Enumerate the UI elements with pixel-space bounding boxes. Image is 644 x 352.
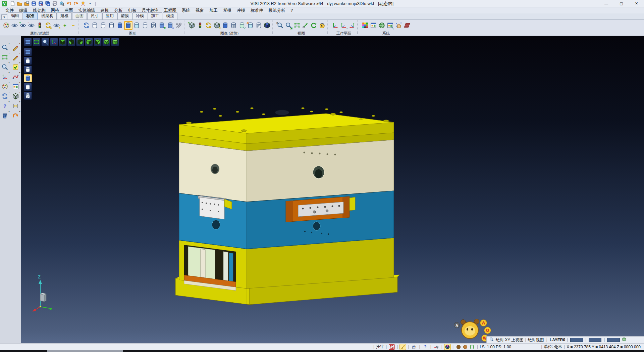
taskbar-app-segment[interactable] xyxy=(47,350,123,352)
tab-application[interactable]: 应用 xyxy=(102,12,117,19)
undo-tool-button[interactable] xyxy=(12,112,20,120)
scale-indicator[interactable]: LS: 1.00 PS: 1.00 xyxy=(480,345,511,349)
layer-color-swatch[interactable] xyxy=(570,338,583,342)
display-shaded-button[interactable] xyxy=(116,21,124,30)
solid-copy-button[interactable]: ▣ xyxy=(246,21,255,30)
viewport-3d-canvas[interactable]: Z A W O W xyxy=(21,36,644,343)
workplane-align-button[interactable] xyxy=(348,21,356,30)
display-wireframe-button[interactable] xyxy=(91,21,99,30)
add-image-button[interactable]: + xyxy=(187,21,196,30)
confirm-check-button[interactable] xyxy=(12,63,20,71)
regen-status-button[interactable] xyxy=(389,344,395,350)
zoom-in-out-button[interactable]: ± xyxy=(276,21,284,30)
toggle-visibility-button[interactable]: ± xyxy=(52,21,61,30)
quick-access-dropdown[interactable]: ▾ xyxy=(87,0,94,7)
tab-progress[interactable]: 冲模 xyxy=(132,12,147,19)
tab-machining[interactable]: 加工 xyxy=(148,12,162,19)
tab-edit[interactable]: 编辑 xyxy=(8,12,22,19)
tab-flow[interactable]: 模流 xyxy=(163,12,177,19)
minimize-button[interactable]: — xyxy=(599,0,614,7)
redo-button[interactable] xyxy=(72,0,79,7)
sketch-circle-button[interactable] xyxy=(12,53,20,61)
zoom-extents-button[interactable] xyxy=(293,21,301,30)
wcs-move-button[interactable] xyxy=(1,73,9,81)
zoom-window-tool-button[interactable] xyxy=(1,53,9,61)
window-grid-button[interactable] xyxy=(12,82,20,90)
workplane-xyz-button[interactable] xyxy=(331,21,339,30)
solid-dashed-button[interactable] xyxy=(221,21,229,30)
new-document-button[interactable] xyxy=(9,0,16,7)
menu-progress[interactable]: 冲模 xyxy=(234,8,248,13)
erase-sketch-button[interactable] xyxy=(12,43,20,51)
active-layer-indicator[interactable]: LAYER0 xyxy=(550,338,565,342)
display-ghost-button[interactable] xyxy=(141,21,149,30)
zoom-tool-button[interactable] xyxy=(1,43,9,51)
calculator-status-button[interactable] xyxy=(411,344,417,350)
pan-view-button[interactable] xyxy=(301,21,310,30)
spline-edit-button[interactable] xyxy=(12,73,20,81)
redraw-button[interactable] xyxy=(82,21,91,30)
units-indicator[interactable]: 单位: 毫米 xyxy=(544,344,562,350)
save-all-button[interactable] xyxy=(44,0,51,7)
show-all-button[interactable]: + xyxy=(61,21,69,30)
print-preview-button[interactable] xyxy=(58,0,65,7)
display-transparent-button[interactable] xyxy=(132,21,141,30)
workplane-face-button[interactable]: ▱ xyxy=(339,21,348,30)
display-dashed-button[interactable] xyxy=(107,21,116,30)
menu-help[interactable]: ? xyxy=(288,8,296,13)
regen-view-button[interactable] xyxy=(1,92,9,100)
menu-window[interactable]: 视窗 xyxy=(193,8,207,13)
solid-view-button[interactable] xyxy=(263,21,271,30)
solid-cube-button[interactable] xyxy=(12,92,20,100)
pen-color-swatch[interactable] xyxy=(589,338,601,342)
tab-dropdown-button[interactable]: ▼ xyxy=(1,14,7,19)
filter-selection-button[interactable] xyxy=(36,21,44,30)
show-entities-button[interactable]: + xyxy=(19,21,27,30)
customize-button[interactable] xyxy=(79,0,87,7)
refresh-visibility-button[interactable]: 👁 xyxy=(44,21,52,30)
shade-regen-button[interactable]: ↻ xyxy=(158,21,166,30)
background-color-swatch[interactable] xyxy=(607,338,620,342)
tab-modeling[interactable]: 建模 xyxy=(57,12,72,19)
print-button[interactable] xyxy=(51,0,58,7)
table-settings-button[interactable]: 🔧 xyxy=(386,21,394,30)
menu-standard-parts[interactable]: 标准件 xyxy=(248,8,266,13)
workplane-cube-button[interactable] xyxy=(444,344,450,350)
selection-options-button[interactable] xyxy=(394,21,403,30)
save-button[interactable] xyxy=(30,0,37,7)
solid-striped-button[interactable] xyxy=(229,21,238,30)
shade-copy-button[interactable]: ➦ xyxy=(166,21,174,30)
open-file-button[interactable] xyxy=(16,0,23,7)
zoom-solid-button[interactable] xyxy=(1,63,9,71)
color-palette-button[interactable] xyxy=(361,21,369,30)
tab-standard[interactable]: 标准 xyxy=(23,12,38,19)
tab-wireframe[interactable]: 线架构 xyxy=(38,12,57,19)
menu-machining[interactable]: 加工 xyxy=(207,8,220,13)
system-settings-button[interactable] xyxy=(378,21,386,30)
view-orientation-button[interactable] xyxy=(318,21,326,30)
tab-mold[interactable]: 塑膜 xyxy=(117,12,132,19)
save-as-button[interactable] xyxy=(37,0,44,7)
display-shaded-edges-button[interactable] xyxy=(124,21,132,30)
rotate-view-button[interactable] xyxy=(310,21,318,30)
hide-entities-button[interactable]: − xyxy=(27,21,36,30)
menu-flow-analysis[interactable]: 模流分析 xyxy=(266,8,288,13)
render-settings-button[interactable] xyxy=(369,21,378,30)
maximize-button[interactable]: ▢ xyxy=(614,0,629,7)
display-hidden-line-button[interactable] xyxy=(99,21,107,30)
attribute-edit-button[interactable] xyxy=(2,21,10,30)
image-toggle-button[interactable]: ± xyxy=(213,21,221,30)
wand-status-button[interactable] xyxy=(400,344,406,350)
hide-all-button[interactable]: − xyxy=(69,21,77,30)
absolute-view-indicator[interactable]: 绝对视图 xyxy=(528,337,544,343)
tab-surface[interactable]: 曲面 xyxy=(72,12,87,19)
grid-plane-button[interactable] xyxy=(403,21,411,30)
tab-dimension[interactable]: 尺寸 xyxy=(87,12,102,19)
attributes-painter-button[interactable] xyxy=(1,82,9,90)
delete-tool-button[interactable] xyxy=(1,112,9,120)
help-tool-button[interactable]: ? xyxy=(1,102,9,110)
import-file-button[interactable] xyxy=(23,0,30,7)
image-regen-button[interactable] xyxy=(204,21,213,30)
snap-lock-label[interactable]: 拴牢 xyxy=(376,344,384,350)
help-status-button[interactable]: ? xyxy=(422,344,428,350)
